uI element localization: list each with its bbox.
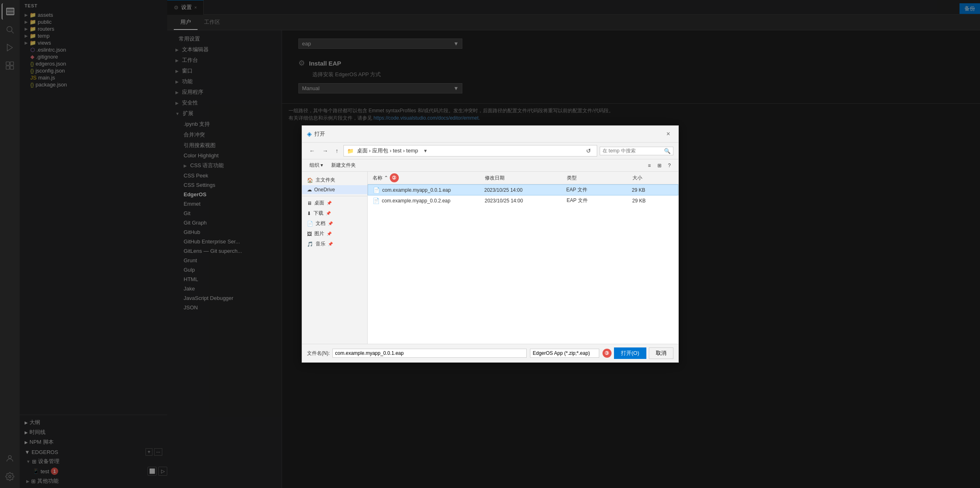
- header-modified[interactable]: 修改日期: [485, 173, 567, 182]
- toolbar2-left: 组织 ▾ 新建文件夹: [307, 161, 358, 170]
- toolbar2-right: ≡ ⊞ ?: [646, 162, 673, 169]
- refresh-button[interactable]: ↺: [584, 147, 593, 155]
- pin-icon[interactable]: 📌: [327, 201, 332, 205]
- download-icon: ⬇: [307, 211, 311, 216]
- dialog-body: 🏠 主文件夹 ☁ OneDrive 🖥 桌面 📌 ⬇ 下载 📌: [302, 172, 678, 344]
- file-dialog-overlay: ◈ 打开 × ← → ↑ 📁 桌面 › 应用包 › test › temp ▼ …: [0, 0, 980, 488]
- nav-forward-button[interactable]: →: [320, 147, 331, 155]
- pictures-icon: 🖼: [307, 231, 312, 237]
- sidebar-downloads[interactable]: ⬇ 下载 📌: [302, 208, 367, 218]
- footer-filename-area: 文件名(N):: [307, 349, 527, 358]
- search-icon: 🔍: [664, 148, 671, 154]
- docs-icon: 📄: [307, 221, 313, 227]
- dialog-toolbar2: 组织 ▾ 新建文件夹 ≡ ⊞ ?: [302, 159, 678, 172]
- nav-back-button[interactable]: ←: [307, 147, 318, 155]
- eap-file-icon: 📄: [373, 187, 380, 193]
- dialog-footer: 文件名(N): EdgerOS App (*.zip;*.eap) ③ 打开(O…: [302, 344, 678, 362]
- header-size[interactable]: 大小: [632, 173, 673, 182]
- view-list-button[interactable]: ≡: [646, 162, 653, 169]
- home-icon: 🏠: [307, 177, 313, 183]
- filename-1: 📄 com.example.myapp_0.0.2.eap: [373, 197, 485, 204]
- help-button[interactable]: ?: [666, 162, 673, 169]
- eap-file-icon: 📄: [373, 197, 380, 204]
- sidebar-desktop[interactable]: 🖥 桌面 📌: [302, 198, 367, 208]
- sidebar-pictures[interactable]: 🖼 图片 📌: [302, 229, 367, 239]
- sidebar-documents[interactable]: 📄 文档 📌: [302, 218, 367, 229]
- sidebar-music[interactable]: 🎵 音乐 📌: [302, 239, 367, 249]
- cloud-icon: ☁: [307, 187, 312, 193]
- desktop-icon: 🖥: [307, 200, 312, 206]
- footer-filetype-area: EdgerOS App (*.zip;*.eap): [530, 349, 599, 358]
- file-list-header: 名称 ⌃ ② 修改日期 类型 大小: [368, 172, 678, 184]
- dialog-close-button[interactable]: ×: [664, 129, 673, 139]
- cancel-button[interactable]: 取消: [649, 347, 673, 359]
- file-list-area: 名称 ⌃ ② 修改日期 类型 大小: [368, 172, 678, 344]
- dialog-titlebar: ◈ 打开 ×: [302, 126, 678, 143]
- music-icon: 🎵: [307, 241, 313, 247]
- filename-label: 文件名(N):: [307, 350, 330, 357]
- folder-icon: 📁: [347, 148, 354, 154]
- sort-icon: ⌃: [384, 175, 388, 181]
- pin-icon[interactable]: 📌: [328, 242, 333, 246]
- breadcrumb: 📁 桌面 › 应用包 › test › temp ▼ ↺: [343, 145, 597, 157]
- sidebar-onedrive[interactable]: ☁ OneDrive: [302, 185, 367, 194]
- badge-2: ②: [390, 173, 399, 182]
- dialog-title: ◈ 打开: [307, 130, 325, 138]
- badge-3: ③: [603, 349, 612, 358]
- file-row-0[interactable]: 📄 com.example.myapp_0.0.1.eap 2023/10/25…: [368, 184, 678, 195]
- dialog-toolbar: ← → ↑ 📁 桌面 › 应用包 › test › temp ▼ ↺ 🔍: [302, 143, 678, 159]
- pin-icon[interactable]: 📌: [327, 232, 332, 236]
- open-button[interactable]: 打开(O): [614, 347, 646, 359]
- pin-icon[interactable]: 📌: [328, 221, 333, 226]
- view-details-button[interactable]: ⊞: [655, 162, 664, 169]
- file-open-dialog: ◈ 打开 × ← → ↑ 📁 桌面 › 应用包 › test › temp ▼ …: [302, 125, 679, 363]
- breadcrumb-dropdown[interactable]: ▼: [420, 146, 431, 155]
- search-bar: 🔍: [600, 147, 673, 155]
- sidebar-home[interactable]: 🏠 主文件夹: [302, 175, 367, 185]
- dialog-sidebar: 🏠 主文件夹 ☁ OneDrive 🖥 桌面 📌 ⬇ 下载 📌: [302, 172, 368, 344]
- filename-0: 📄 com.example.myapp_0.0.1.eap: [373, 187, 484, 193]
- file-row-1[interactable]: 📄 com.example.myapp_0.0.2.eap 2023/10/25…: [368, 195, 678, 206]
- vscode-icon: ◈: [307, 130, 312, 138]
- pin-icon[interactable]: 📌: [326, 211, 331, 216]
- footer-buttons: ③ 打开(O) 取消: [603, 347, 673, 359]
- new-folder-button[interactable]: 新建文件夹: [329, 161, 358, 170]
- filetype-select[interactable]: EdgerOS App (*.zip;*.eap): [530, 349, 599, 358]
- header-name[interactable]: 名称 ⌃ ②: [373, 173, 485, 182]
- header-type[interactable]: 类型: [567, 173, 632, 182]
- filename-input[interactable]: [332, 349, 527, 358]
- organize-button[interactable]: 组织 ▾: [307, 161, 325, 170]
- nav-up-button[interactable]: ↑: [333, 147, 341, 155]
- search-input[interactable]: [603, 148, 664, 154]
